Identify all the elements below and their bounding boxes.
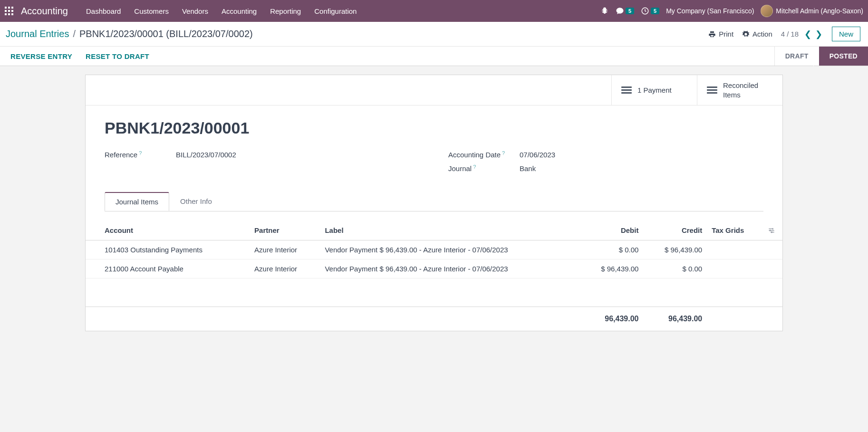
stat-reconciled-label: Reconciled Items (723, 81, 758, 99)
cell-label[interactable]: Vendor Payment $ 96,439.00 - Azure Inter… (320, 240, 579, 259)
debug-icon[interactable] (600, 7, 609, 15)
status-stages: DRAFT POSTED (774, 47, 868, 66)
top-navbar: Accounting Dashboard Customers Vendors A… (0, 0, 868, 22)
breadcrumb-separator: / (73, 29, 76, 39)
field-journal: Journal ? Bank (448, 164, 763, 173)
field-col-left: Reference ? BILL/2023/07/0002 (105, 151, 420, 178)
activities-badge: 5 (651, 8, 659, 14)
pager-prev-icon[interactable]: ❮ (803, 29, 812, 39)
user-name: Mitchell Admin (Anglo-Saxon) (776, 7, 863, 15)
pager: 4 / 18 ❮ ❯ (781, 29, 823, 39)
tab-journal-items[interactable]: Journal Items (105, 192, 169, 211)
status-bar: REVERSE ENTRY RESET TO DRAFT DRAFT POSTE… (0, 46, 868, 66)
th-label[interactable]: Label (320, 221, 579, 240)
control-panel-right: Print Action 4 / 18 ❮ ❯ New (708, 27, 860, 41)
field-reference: Reference ? BILL/2023/07/0002 (105, 151, 420, 159)
list-icon (621, 86, 632, 94)
tab-other-info[interactable]: Other Info (169, 192, 223, 211)
print-button[interactable]: Print (708, 30, 733, 38)
user-menu[interactable]: Mitchell Admin (Anglo-Saxon) (761, 5, 863, 17)
cell-debit[interactable]: $ 0.00 (580, 240, 644, 259)
total-credit: 96,439.00 (643, 307, 707, 331)
apps-icon[interactable] (5, 7, 13, 15)
cell-credit[interactable]: $ 96,439.00 (643, 240, 707, 259)
help-icon[interactable]: ? (139, 150, 142, 156)
stat-reconciled-button[interactable]: Reconciled Items (697, 75, 782, 105)
app-name[interactable]: Accounting (21, 6, 68, 17)
stage-draft[interactable]: DRAFT (775, 47, 819, 66)
gear-icon (742, 30, 750, 38)
cell-account[interactable]: 101403 Outstanding Payments (86, 240, 250, 259)
journal-items-table: Account Partner Label Debit Credit Tax G… (86, 221, 782, 331)
activities-icon[interactable]: 5 (641, 7, 659, 15)
nav-customers[interactable]: Customers (127, 7, 175, 15)
table-header-row: Account Partner Label Debit Credit Tax G… (86, 221, 782, 240)
entry-title: PBNK1/2023/00001 (105, 119, 763, 137)
field-grid: Reference ? BILL/2023/07/0002 Accounting… (105, 151, 763, 178)
stage-posted[interactable]: POSTED (819, 47, 868, 66)
form-sheet: 1 Payment Reconciled Items PBNK1/2023/00… (85, 75, 783, 331)
content-area: 1 Payment Reconciled Items PBNK1/2023/00… (0, 66, 868, 340)
pager-next-icon[interactable]: ❯ (814, 29, 823, 39)
action-button[interactable]: Action (742, 30, 772, 38)
stat-buttons-row: 1 Payment Reconciled Items (86, 75, 782, 106)
breadcrumb-current: PBNK1/2023/00001 (BILL/2023/07/0002) (79, 29, 253, 39)
print-icon (708, 30, 716, 38)
nav-accounting[interactable]: Accounting (215, 7, 263, 15)
stat-payment-label: 1 Payment (637, 86, 672, 95)
sheet-body: PBNK1/2023/00001 Reference ? BILL/2023/0… (86, 106, 782, 221)
cell-tax[interactable] (707, 259, 763, 278)
table-row[interactable]: 101403 Outstanding Payments Azure Interi… (86, 240, 782, 259)
cell-debit[interactable]: $ 96,439.00 (580, 259, 644, 278)
table-row[interactable]: 211000 Account Payable Azure Interior Ve… (86, 259, 782, 278)
avatar (761, 5, 773, 17)
journal-label: Journal (448, 164, 472, 173)
cell-partner[interactable]: Azure Interior (250, 259, 320, 278)
nav-configuration[interactable]: Configuration (308, 7, 363, 15)
topbar-right: 5 5 My Company (San Francisco) Mitchell … (600, 5, 863, 17)
field-col-right: Accounting Date ? 07/06/2023 Journal ? B… (448, 151, 763, 178)
total-debit: 96,439.00 (580, 307, 644, 331)
reset-to-draft-button[interactable]: RESET TO DRAFT (86, 52, 149, 60)
field-accounting-date: Accounting Date ? 07/06/2023 (448, 151, 763, 159)
control-panel: Journal Entries / PBNK1/2023/00001 (BILL… (0, 22, 868, 46)
reference-value[interactable]: BILL/2023/07/0002 (176, 151, 236, 159)
pager-position[interactable]: 4 (781, 30, 785, 38)
breadcrumb: Journal Entries / PBNK1/2023/00001 (BILL… (6, 29, 253, 39)
cell-tax[interactable] (707, 240, 763, 259)
list-icon (707, 86, 717, 94)
th-partner[interactable]: Partner (250, 221, 320, 240)
nav-vendors[interactable]: Vendors (175, 7, 215, 15)
spacer-row (86, 278, 782, 307)
cell-account[interactable]: 211000 Account Payable (86, 259, 250, 278)
pager-total: 18 (791, 30, 799, 38)
reverse-entry-button[interactable]: REVERSE ENTRY (10, 52, 72, 60)
accounting-date-value[interactable]: 07/06/2023 (520, 151, 555, 159)
th-credit[interactable]: Credit (643, 221, 707, 240)
totals-row: 96,439.00 96,439.00 (86, 307, 782, 331)
th-debit[interactable]: Debit (580, 221, 644, 240)
journal-value[interactable]: Bank (520, 164, 536, 173)
messages-icon[interactable]: 5 (616, 7, 634, 15)
messages-badge: 5 (626, 8, 634, 14)
cell-credit[interactable]: $ 0.00 (643, 259, 707, 278)
company-switcher[interactable]: My Company (San Francisco) (666, 7, 754, 15)
reference-label: Reference (105, 151, 137, 159)
new-button[interactable]: New (832, 27, 860, 41)
breadcrumb-parent[interactable]: Journal Entries (6, 29, 69, 39)
cell-label[interactable]: Vendor Payment $ 96,439.00 - Azure Inter… (320, 259, 579, 278)
nav-dashboard[interactable]: Dashboard (79, 7, 127, 15)
th-account[interactable]: Account (86, 221, 250, 240)
th-tax-grids[interactable]: Tax Grids (707, 221, 763, 240)
nav-reporting[interactable]: Reporting (263, 7, 308, 15)
th-options[interactable] (763, 221, 782, 240)
cell-partner[interactable]: Azure Interior (250, 240, 320, 259)
help-icon[interactable]: ? (473, 164, 476, 170)
tabs: Journal Items Other Info (105, 192, 763, 211)
stat-payment-button[interactable]: 1 Payment (611, 75, 697, 105)
sliders-icon (768, 227, 775, 234)
accounting-date-label: Accounting Date (448, 151, 501, 159)
help-icon[interactable]: ? (502, 150, 505, 156)
